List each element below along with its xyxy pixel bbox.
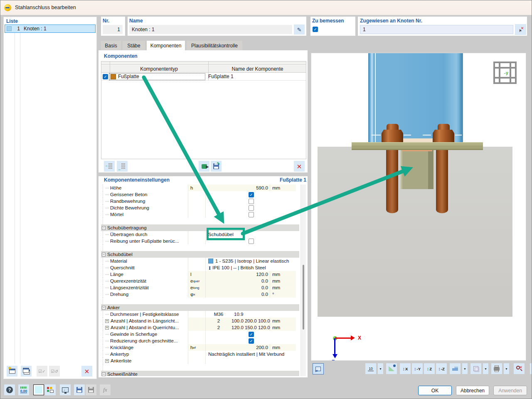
edit-name-button[interactable]: ✎ <box>294 25 305 34</box>
save-settings-button[interactable] <box>74 384 85 395</box>
settings-row[interactable]: Gewinde in Scherfuge✓ <box>101 331 299 337</box>
settings-row[interactable]: Höheh590.0mm <box>101 185 299 191</box>
tab-basis[interactable]: Basis <box>101 41 121 50</box>
viewport-3d[interactable]: -y X Z <box>311 53 526 361</box>
background-color-button[interactable] <box>33 384 44 395</box>
solid-model-dropdown[interactable]: ▼ <box>462 363 468 374</box>
settings-row[interactable]: Gerissener Beton✓ <box>101 191 299 198</box>
component-name-cell[interactable]: Fußplatte 1 <box>205 74 234 79</box>
property-checkbox[interactable] <box>249 239 254 244</box>
import-component-button[interactable]: ▶ <box>199 161 209 172</box>
print-dropdown[interactable]: ▼ <box>504 363 509 374</box>
copy-connection-button[interactable] <box>21 366 32 377</box>
view-minus-y-button[interactable]: ↕-Y <box>412 363 423 374</box>
view-z-button[interactable]: ↕Z <box>424 363 435 374</box>
collapse-icon[interactable]: − <box>102 306 106 310</box>
collapse-icon[interactable]: − <box>102 253 106 256</box>
help-button[interactable]: ? <box>4 384 15 395</box>
property-value[interactable]: 120.0 <box>206 271 270 278</box>
property-value[interactable]: IIPE 100 | -- | British Steel <box>206 264 296 271</box>
component-row-fussplatte[interactable]: ✓ Fußplatte Fußplatte 1 <box>101 73 306 81</box>
collapse-icon[interactable]: − <box>102 372 106 376</box>
dimension-lines-button[interactable]: 10 <box>365 363 376 374</box>
save-component-button[interactable]: ✎ <box>211 161 222 172</box>
settings-row[interactable]: Reduzierung durch geschnitte...✓ <box>101 337 299 344</box>
formula-button[interactable]: fx <box>100 384 111 395</box>
settings-row[interactable]: Knicklängehef200.0mm <box>101 344 299 351</box>
settings-section[interactable]: −Anker <box>101 304 299 311</box>
settings-section[interactable]: −Schubübertragung <box>101 224 299 231</box>
rendering-button[interactable]: ↓ <box>60 384 71 395</box>
reset-checks-button[interactable]: ☑↺ <box>49 366 60 377</box>
settings-row[interactable]: +Anzahl | Abstand in Längsricht...2100.0… <box>101 318 299 324</box>
delete-connection-button[interactable]: ✕ <box>81 366 92 377</box>
view-manager-button[interactable]: ⇄ <box>313 363 324 374</box>
property-value[interactable]: Nachträglich installiert | Mit Verbund <box>206 351 296 357</box>
cancel-zoom-button[interactable]: ✕ <box>514 363 525 374</box>
wireframe-dropdown[interactable]: ▼ <box>483 363 488 374</box>
print-button[interactable] <box>491 363 502 374</box>
name-input[interactable]: Knoten : 1 <box>129 25 292 34</box>
collapse-icon[interactable]: − <box>102 226 106 230</box>
component-row-checkbox[interactable]: ✓ <box>103 74 108 79</box>
property-value[interactable] <box>206 211 296 218</box>
settings-row[interactable]: Dichte Bewehrung <box>101 204 299 211</box>
settings-row[interactable]: Längel120.0mm <box>101 271 299 278</box>
settings-row[interactable]: Material1 - S235 | Isotrop | Linear elas… <box>101 258 299 264</box>
units-settings-button[interactable]: 0,00 <box>18 384 29 395</box>
dimension-dropdown[interactable]: ▼ <box>378 363 383 374</box>
property-value[interactable]: 2120.0 150.0 120.0 <box>206 324 270 331</box>
property-value[interactable]: ✓ <box>206 191 296 198</box>
tab-staebe[interactable]: Stäbe <box>123 41 145 50</box>
property-value[interactable]: 0.0 <box>206 278 270 284</box>
settings-section[interactable]: −Schubdübel <box>101 251 299 258</box>
property-value[interactable]: 2100.0 200.0 100.0 <box>206 318 270 324</box>
property-checkbox[interactable]: ✓ <box>249 332 254 337</box>
settings-row[interactable]: Übertragen durchSchubdübel <box>101 231 299 238</box>
zu-bemessen-checkbox[interactable]: ✓ <box>313 27 318 32</box>
tab-komponenten[interactable]: Komponenten <box>147 41 185 50</box>
zugewiesen-input[interactable]: 1 <box>360 25 513 34</box>
property-value[interactable] <box>206 238 296 244</box>
view-cube-icon[interactable]: -y <box>493 62 517 84</box>
property-value[interactable]: 1 - S235 | Isotrop | Linear elastisch <box>206 258 296 264</box>
settings-section[interactable]: −Schweißnähte <box>101 371 299 376</box>
settings-row[interactable]: Durchmesser | FestigkeitsklasseM3610.9 <box>101 311 299 318</box>
property-value[interactable]: M3610.9 <box>206 311 296 318</box>
settings-row[interactable]: Reibung unter Fußplatte berüc... <box>101 238 299 244</box>
settings-row[interactable]: AnkertypNachträglich installiert | Mit V… <box>101 351 299 357</box>
wireframe-button[interactable] <box>470 363 481 374</box>
settings-row[interactable]: +Ankerliste <box>101 357 299 364</box>
property-value[interactable]: 0.0 <box>206 284 270 291</box>
settings-row[interactable]: Mörtel <box>101 211 299 218</box>
column-header-type[interactable]: Komponententyp <box>110 65 208 72</box>
settings-row[interactable]: QuerschnittIIPE 100 | -- | British Steel <box>101 264 299 271</box>
measure-button[interactable] <box>386 363 397 374</box>
show-panel-button[interactable]: ▶ <box>530 363 532 374</box>
expand-icon[interactable]: + <box>105 319 109 323</box>
property-value[interactable]: 590.0 <box>206 185 270 191</box>
delete-component-button[interactable]: ✕ <box>294 161 305 172</box>
list-item-knoten-1[interactable]: 1 Knoten : 1 <box>5 25 96 33</box>
column-header-name[interactable]: Name der Komponente <box>209 65 306 72</box>
check-all-button[interactable]: ☑✓ <box>37 366 47 377</box>
expand-icon[interactable]: + <box>105 359 109 363</box>
property-value[interactable] <box>206 198 296 204</box>
property-checkbox[interactable]: ✓ <box>249 192 254 197</box>
expand-icon[interactable]: + <box>105 326 109 330</box>
property-value[interactable]: 200.0 <box>206 344 270 351</box>
view-x-button[interactable]: ↕X <box>400 363 411 374</box>
settings-row[interactable]: Querexzentrizitätequer0.0mm <box>101 278 299 284</box>
property-checkbox[interactable]: ✓ <box>249 338 254 344</box>
settings-row[interactable]: Drehungφx0.0° <box>101 291 299 298</box>
settings-scrollbar[interactable] <box>300 185 306 376</box>
property-checkbox[interactable] <box>249 199 254 204</box>
property-value[interactable]: Schubdübel <box>206 231 296 238</box>
settings-scrollbar-thumb[interactable] <box>303 265 304 330</box>
new-connection-button[interactable]: ★ <box>7 366 17 377</box>
property-value[interactable]: ✓ <box>206 331 296 337</box>
settings-row[interactable]: +Anzahl | Abstand in Querrichtu...2120.0… <box>101 324 299 331</box>
add-component-below-button[interactable]: ← <box>117 161 128 172</box>
solid-model-button[interactable] <box>450 363 461 374</box>
view-minus-z-button[interactable]: ↕-Z <box>436 363 447 374</box>
